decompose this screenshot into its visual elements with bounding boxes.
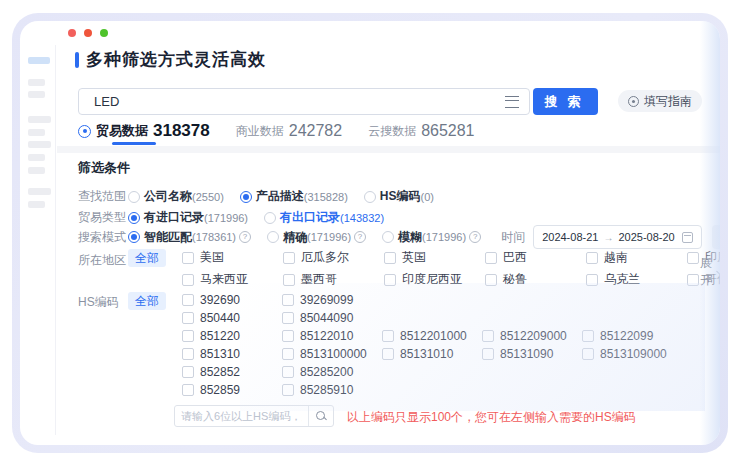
filter-row-search-mode: 搜索模式 智能匹配 (178361) 精确 (171996) xyxy=(78,225,704,249)
tab[interactable]: 贸易数据 318378 xyxy=(78,121,210,141)
traffic-light-red-icon[interactable] xyxy=(68,29,76,37)
radio-option[interactable]: 智能匹配 (178361) xyxy=(128,229,251,246)
radio-icon[interactable] xyxy=(240,191,252,203)
tab-count: 865281 xyxy=(421,122,474,140)
radio-option[interactable]: 有进口记录 (171996) xyxy=(128,209,248,226)
scope-options: 公司名称 (2550) 产品描述 (315828) HS编码 (0) xyxy=(128,188,450,205)
info-icon xyxy=(354,231,366,243)
traffic-light-orange-icon[interactable] xyxy=(84,29,92,37)
checkbox-icon[interactable] xyxy=(182,294,194,306)
radio-option[interactable]: 有出口记录 (143832) xyxy=(264,209,384,226)
sidebar-skeleton-bar xyxy=(28,167,45,174)
checkbox-icon[interactable] xyxy=(182,274,194,286)
section-divider-band xyxy=(57,146,720,153)
info-icon xyxy=(469,231,481,243)
checkbox-icon[interactable] xyxy=(586,252,598,264)
checkbox-label: 英国 xyxy=(402,249,426,266)
checkbox-label: 851310 xyxy=(200,347,240,361)
radio-icon[interactable] xyxy=(382,231,394,243)
option-count: (171996) xyxy=(204,212,248,224)
radio-option[interactable]: 公司名称 (2550) xyxy=(128,188,224,205)
checkbox-icon[interactable] xyxy=(283,252,295,264)
tab[interactable]: 云搜数据 865281 xyxy=(368,122,474,140)
traffic-light-green-icon[interactable] xyxy=(100,29,108,37)
sidebar-skeleton-bar xyxy=(28,201,45,208)
checkbox-icon[interactable] xyxy=(182,312,194,324)
window-frame: 多种筛选方式灵活高效 搜 索 填写指南 贸易数据 318378 商业数据 242… xyxy=(12,13,728,453)
option-count: (143832) xyxy=(340,212,384,224)
hs-all-chip[interactable]: 全部 xyxy=(128,292,166,310)
tab-label: 贸易数据 xyxy=(96,122,148,140)
date-range-picker[interactable]: 2024-08-21 → 2025-08-20 xyxy=(533,225,702,249)
tab-label: 云搜数据 xyxy=(368,123,416,140)
search-mode-options: 智能匹配 (178361) 精确 (171996) 模糊 (171996) xyxy=(128,229,497,246)
region-row: 美国 厄瓜多尔 英国 巴西 xyxy=(182,249,720,266)
sidebar-skeleton-bar xyxy=(28,91,45,98)
tab-label: 商业数据 xyxy=(236,123,284,140)
sidebar-skeleton-bar-active xyxy=(28,57,50,64)
radio-icon[interactable] xyxy=(128,231,140,243)
sidebar-skeleton-bar xyxy=(28,79,45,86)
row-label: HS编码 xyxy=(78,292,128,311)
row-label: 查找范围 xyxy=(78,188,128,205)
tab[interactable]: 商业数据 242782 xyxy=(236,122,342,140)
option-label: HS编码 xyxy=(380,188,421,205)
filter-row-scope: 查找范围 公司名称 (2550) 产品描述 (315828) xyxy=(78,188,704,205)
checkbox-icon[interactable] xyxy=(485,252,497,264)
radio-option[interactable]: 精确 (171996) xyxy=(267,229,366,246)
region-checkbox[interactable]: 厄瓜多尔 xyxy=(283,249,384,266)
option-count: (171996) xyxy=(307,231,351,243)
radio-icon[interactable] xyxy=(364,191,376,203)
checkbox-icon[interactable] xyxy=(182,384,194,396)
region-checkbox[interactable]: 英国 xyxy=(384,249,485,266)
search-magnifier-icon xyxy=(316,411,325,420)
calendar-icon[interactable] xyxy=(682,232,693,243)
option-label: 模糊 xyxy=(398,229,422,246)
filter-lines-icon[interactable] xyxy=(505,96,519,108)
region-all-chip[interactable]: 全部 xyxy=(128,249,166,267)
option-label: 精确 xyxy=(283,229,307,246)
tab-count: 318378 xyxy=(153,121,210,141)
radio-icon[interactable] xyxy=(128,191,140,203)
trade-type-options: 有进口记录 (171996) 有出口记录 (143832) xyxy=(128,209,400,226)
option-label: 产品描述 xyxy=(256,188,304,205)
radio-icon[interactable] xyxy=(267,231,279,243)
checkbox-label: 越南 xyxy=(604,249,628,266)
checkbox-label: 852859 xyxy=(200,383,240,397)
radio-option[interactable]: HS编码 (0) xyxy=(364,188,434,205)
checkbox-icon[interactable] xyxy=(182,348,194,360)
sidebar-skeleton-bar xyxy=(28,154,45,161)
sidebar-divider xyxy=(55,45,56,435)
checkbox-label: 852852 xyxy=(200,365,240,379)
checkbox-icon[interactable] xyxy=(182,330,194,342)
search-input[interactable] xyxy=(92,93,497,110)
time-label: 时间 xyxy=(501,229,525,246)
option-label: 智能匹配 xyxy=(144,229,192,246)
search-button[interactable]: 搜 索 xyxy=(533,88,598,115)
region-checkbox[interactable]: 越南 xyxy=(586,249,687,266)
info-icon xyxy=(239,231,251,243)
checkbox-icon[interactable] xyxy=(182,366,194,378)
title-accent-bar xyxy=(75,52,79,68)
data-tabs: 贸易数据 318378 商业数据 242782 云搜数据 865281 xyxy=(78,121,475,141)
sidebar-skeleton-bar xyxy=(28,141,51,148)
region-checkbox[interactable]: 美国 xyxy=(182,249,283,266)
checkbox-icon[interactable] xyxy=(384,252,396,264)
hs-code-input[interactable] xyxy=(175,410,308,422)
search-box xyxy=(78,88,530,115)
hs-limit-note: 以上编码只显示100个，您可在左侧输入需要的HS编码 xyxy=(347,409,636,426)
checkbox-icon[interactable] xyxy=(182,252,194,264)
date-arrow-icon: → xyxy=(603,232,613,243)
radio-option[interactable]: 模糊 (171996) xyxy=(382,229,481,246)
fill-guide-button[interactable]: 填写指南 xyxy=(618,90,702,112)
region-checkbox[interactable]: 巴西 xyxy=(485,249,586,266)
sidebar-skeleton-bar xyxy=(28,116,51,123)
checkbox-label: 巴西 xyxy=(503,249,527,266)
sidebar-skeleton-bar xyxy=(28,129,45,136)
filter-row-trade-type: 贸易类型 有进口记录 (171996) 有出口记录 (143832) xyxy=(78,209,704,226)
radio-icon[interactable] xyxy=(264,212,276,224)
checkbox-icon[interactable] xyxy=(687,252,699,264)
checkbox-label: 392690 xyxy=(200,293,240,307)
radio-icon[interactable] xyxy=(128,212,140,224)
radio-option[interactable]: 产品描述 (315828) xyxy=(240,188,348,205)
